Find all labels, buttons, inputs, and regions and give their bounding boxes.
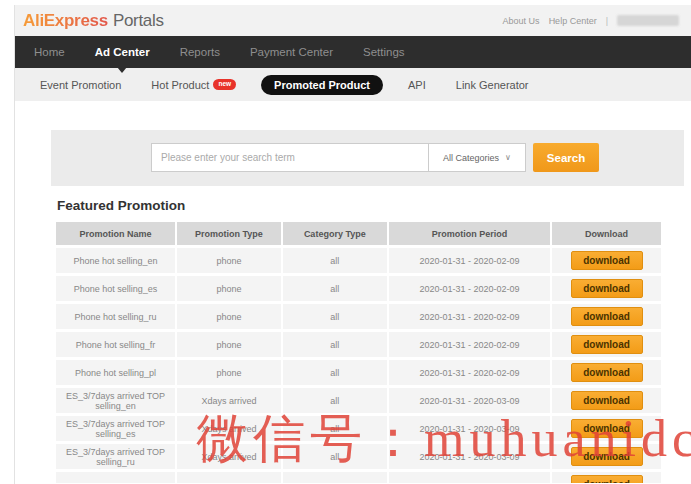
header-links: About Us Help Center | xyxy=(503,15,679,26)
col-header-promotion-period: Promotion Period xyxy=(389,222,552,245)
download-button[interactable]: download xyxy=(571,391,643,410)
category-type: all xyxy=(283,276,389,301)
nav-item-payment-center[interactable]: Payment Center xyxy=(235,36,348,68)
nav-item-settings[interactable]: Settings xyxy=(348,36,420,68)
search-row: All Categories ∨ Search xyxy=(151,143,599,172)
portal-page: AliExpressPortals About Us Help Center |… xyxy=(14,5,691,484)
main-nav: Home Ad Center Reports Payment Center Se… xyxy=(15,36,691,68)
category-type: all xyxy=(283,388,389,413)
promotion-type: phone xyxy=(177,276,283,301)
download-button[interactable]: download xyxy=(571,475,643,483)
promotion-period: 2020-01-31 - 2020-02-09 xyxy=(389,248,552,273)
subnav-item-promoted-product[interactable]: Promoted Product xyxy=(261,75,383,95)
download-button[interactable]: download xyxy=(571,419,643,438)
promotion-period xyxy=(389,472,552,483)
promotion-name: Phone hot selling_en xyxy=(56,248,177,273)
promotion-type: phone xyxy=(177,304,283,329)
nav-item-reports[interactable]: Reports xyxy=(165,36,235,68)
promotion-period: 2020-01-31 - 2020-02-09 xyxy=(389,332,552,357)
help-center-link[interactable]: Help Center xyxy=(549,16,597,26)
app-header: AliExpressPortals About Us Help Center | xyxy=(15,5,691,36)
download-button[interactable]: download xyxy=(571,251,643,270)
promotion-name xyxy=(56,472,177,483)
promotion-type: phone xyxy=(177,332,283,357)
table-row: Phone hot selling_pl phone all 2020-01-3… xyxy=(56,360,661,385)
promotion-name: Phone hot selling_ru xyxy=(56,304,177,329)
download-button[interactable]: download xyxy=(571,363,643,382)
table-row: Phone hot selling_en phone all 2020-01-3… xyxy=(56,248,661,273)
table-row: Phone hot selling_fr phone all 2020-01-3… xyxy=(56,332,661,357)
table-row: ES_3/7days arrived TOP selling_es Xdays … xyxy=(56,416,661,441)
search-input[interactable] xyxy=(151,143,428,172)
promotion-name: ES_3/7days arrived TOP selling_es xyxy=(56,416,177,441)
promotion-period: 2020-01-31 - 2020-03-09 xyxy=(389,388,552,413)
promotion-name: ES_3/7days arrived TOP selling_en xyxy=(56,388,177,413)
subnav-item-link-generator[interactable]: Link Generator xyxy=(441,79,544,91)
header-divider: | xyxy=(606,16,608,26)
category-dropdown[interactable]: All Categories ∨ xyxy=(428,143,526,172)
aliexpress-portals-logo: AliExpressPortals xyxy=(23,11,164,31)
promotion-name: Phone hot selling_pl xyxy=(56,360,177,385)
col-header-promotion-name: Promotion Name xyxy=(56,222,177,245)
table-row: ES_3/7days arrived TOP selling_ru Xdays … xyxy=(56,444,661,469)
promotion-name: Phone hot selling_fr xyxy=(56,332,177,357)
category-type: all xyxy=(283,248,389,273)
hot-product-label: Hot Product xyxy=(151,79,209,91)
download-button[interactable]: download xyxy=(571,279,643,298)
subnav-item-hot-product[interactable]: Hot Product new xyxy=(136,79,251,91)
col-header-download: Download xyxy=(552,222,661,245)
promotion-period: 2020-01-31 - 2020-02-09 xyxy=(389,276,552,301)
table-row: Phone hot selling_ru phone all 2020-01-3… xyxy=(56,304,661,329)
category-type: all xyxy=(283,360,389,385)
promotion-type: Xdays arrived xyxy=(177,416,283,441)
category-type: all xyxy=(283,332,389,357)
promotion-type: phone xyxy=(177,248,283,273)
table-row-partial: download xyxy=(56,472,661,483)
category-type: all xyxy=(283,304,389,329)
page-title: Featured Promotion xyxy=(57,198,185,213)
col-header-category-type: Category Type xyxy=(283,222,389,245)
promotion-type: Xdays arrived xyxy=(177,444,283,469)
promotion-period: 2020-01-31 - 2020-03-09 xyxy=(389,444,552,469)
promotion-period: 2020-01-31 - 2020-02-09 xyxy=(389,304,552,329)
nav-item-ad-center[interactable]: Ad Center xyxy=(80,36,165,68)
table-row: Phone hot selling_es phone all 2020-01-3… xyxy=(56,276,661,301)
search-panel: All Categories ∨ Search xyxy=(51,130,684,186)
subnav-item-event-promotion[interactable]: Event Promotion xyxy=(25,79,136,91)
search-button[interactable]: Search xyxy=(533,143,599,172)
promotion-name: Phone hot selling_es xyxy=(56,276,177,301)
table-row: ES_3/7days arrived TOP selling_en Xdays … xyxy=(56,388,661,413)
promotion-period: 2020-01-31 - 2020-02-09 xyxy=(389,360,552,385)
promotion-period: 2020-01-31 - 2020-03-09 xyxy=(389,416,552,441)
download-button[interactable]: download xyxy=(571,447,643,466)
featured-promotion-table: Promotion Name Promotion Type Category T… xyxy=(56,222,661,483)
promotion-name: ES_3/7days arrived TOP selling_ru xyxy=(56,444,177,469)
brand-aliexpress: AliExpress xyxy=(23,11,108,30)
about-us-link[interactable]: About Us xyxy=(503,16,540,26)
category-type xyxy=(283,472,389,483)
promotion-type xyxy=(177,472,283,483)
chevron-down-icon: ∨ xyxy=(505,153,511,162)
col-header-promotion-type: Promotion Type xyxy=(177,222,283,245)
category-type: all xyxy=(283,416,389,441)
category-type: all xyxy=(283,444,389,469)
promotion-type: Xdays arrived xyxy=(177,388,283,413)
promotion-type: phone xyxy=(177,360,283,385)
table-header-row: Promotion Name Promotion Type Category T… xyxy=(56,222,661,245)
brand-portals: Portals xyxy=(113,11,164,30)
download-button[interactable]: download xyxy=(571,335,643,354)
account-name-redacted[interactable] xyxy=(617,15,679,26)
download-button[interactable]: download xyxy=(571,307,643,326)
new-badge: new xyxy=(213,79,236,90)
nav-item-home[interactable]: Home xyxy=(19,36,80,68)
subnav-item-api[interactable]: API xyxy=(393,79,441,91)
category-dropdown-value: All Categories xyxy=(443,153,499,163)
